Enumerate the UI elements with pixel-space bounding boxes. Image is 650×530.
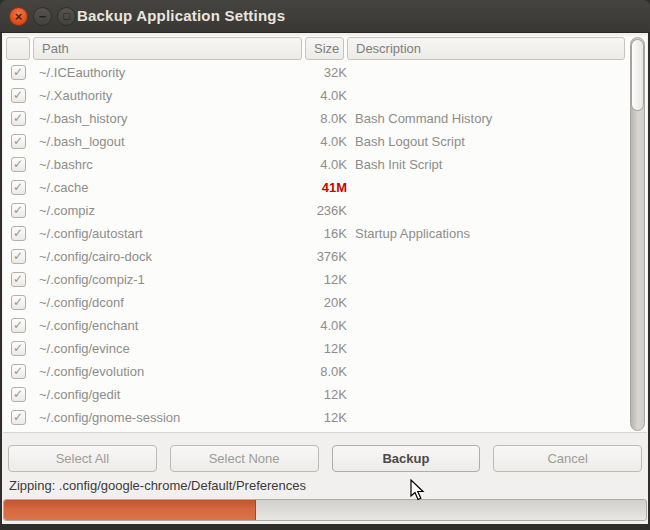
checkbox-check-icon: ✓ <box>11 272 26 287</box>
backup-button[interactable]: Backup <box>332 445 481 472</box>
row-description <box>347 268 628 291</box>
progress-bar <box>3 499 647 521</box>
table-row[interactable]: ✓~/.compiz236K <box>3 199 628 222</box>
row-description <box>347 61 628 84</box>
checkbox-check-icon: ✓ <box>11 387 26 402</box>
row-checkbox[interactable]: ✓ <box>3 107 33 130</box>
vertical-scrollbar[interactable] <box>630 37 645 431</box>
row-size: 4.0K <box>305 84 347 107</box>
row-path: ~/.bash_logout <box>33 130 305 153</box>
titlebar: × − ▢ Backup Application Settings <box>0 0 650 33</box>
checkbox-check-icon: ✓ <box>11 226 26 241</box>
row-checkbox[interactable]: ✓ <box>3 199 33 222</box>
scrollbar-thumb[interactable] <box>631 39 644 111</box>
checkbox-check-icon: ✓ <box>11 249 26 264</box>
row-checkbox[interactable]: ✓ <box>3 360 33 383</box>
row-checkbox[interactable]: ✓ <box>3 61 33 84</box>
table-row[interactable]: ✓~/.Xauthority4.0K <box>3 84 628 107</box>
table-row[interactable]: ✓~/.bash_history8.0KBash Command History <box>3 107 628 130</box>
table-row[interactable]: ✓~/.cache41M <box>3 176 628 199</box>
row-checkbox[interactable]: ✓ <box>3 291 33 314</box>
status-text: Zipping: .config/google-chrome/Default/P… <box>9 478 641 496</box>
row-description: Startup Applications <box>347 222 628 245</box>
row-description <box>347 291 628 314</box>
row-checkbox[interactable]: ✓ <box>3 153 33 176</box>
row-description <box>347 176 628 199</box>
table-header-row: Path Size Description <box>3 36 628 60</box>
row-checkbox[interactable]: ✓ <box>3 245 33 268</box>
select-all-button[interactable]: Select All <box>8 445 157 472</box>
column-header-path[interactable]: Path <box>33 37 302 60</box>
column-header-description[interactable]: Description <box>347 37 625 60</box>
row-size: 12K <box>305 337 347 360</box>
row-description: Bash Logout Script <box>347 130 628 153</box>
row-path: ~/.config/compiz-1 <box>33 268 305 291</box>
row-size: 20K <box>305 291 347 314</box>
row-checkbox[interactable]: ✓ <box>3 268 33 291</box>
checkbox-check-icon: ✓ <box>11 318 26 333</box>
row-path: ~/.config/google-chrome <box>33 429 305 432</box>
table-row[interactable]: ✓~/.config/dconf20K <box>3 291 628 314</box>
row-path: ~/.bashrc <box>33 153 305 176</box>
row-size: 8.0K <box>305 360 347 383</box>
row-description <box>347 429 628 432</box>
row-size: 236K <box>305 199 347 222</box>
window-minimize-button[interactable]: − <box>33 7 52 26</box>
row-size: 12K <box>305 406 347 429</box>
row-size: 41M <box>305 176 347 199</box>
row-description <box>347 84 628 107</box>
window-maximize-button[interactable]: ▢ <box>57 7 76 26</box>
table-row[interactable]: ✓~/.ICEauthority32K <box>3 61 628 84</box>
row-size: 376K <box>305 245 347 268</box>
backup-settings-window: × − ▢ Backup Application Settings Path S… <box>0 0 650 530</box>
row-checkbox[interactable]: ✓ <box>3 176 33 199</box>
row-path: ~/.bash_history <box>33 107 305 130</box>
table-row[interactable]: ✓~/.config/cairo-dock376K <box>3 245 628 268</box>
row-description: Bash Init Script <box>347 153 628 176</box>
row-size: 8.0K <box>305 107 347 130</box>
row-checkbox[interactable]: ✓ <box>3 383 33 406</box>
row-description <box>347 245 628 268</box>
table-row[interactable]: ✓~/.config/google-chrome <box>3 429 628 432</box>
table-row[interactable]: ✓~/.config/evolution8.0K <box>3 360 628 383</box>
row-path: ~/.config/gnome-session <box>33 406 305 429</box>
row-description: Bash Command History <box>347 107 628 130</box>
row-checkbox[interactable]: ✓ <box>3 406 33 429</box>
row-description <box>347 337 628 360</box>
checkbox-check-icon: ✓ <box>11 111 26 126</box>
row-size: 4.0K <box>305 130 347 153</box>
window-title: Backup Application Settings <box>77 0 285 33</box>
window-close-button[interactable]: × <box>9 7 28 26</box>
column-header-size[interactable]: Size <box>305 37 344 60</box>
row-checkbox[interactable]: ✓ <box>3 130 33 153</box>
checkbox-check-icon: ✓ <box>11 295 26 310</box>
file-table: Path Size Description ✓~/.ICEauthority32… <box>3 36 647 433</box>
row-size <box>305 429 347 432</box>
table-row[interactable]: ✓~/.config/evince12K <box>3 337 628 360</box>
table-row[interactable]: ✓~/.config/gedit12K <box>3 383 628 406</box>
row-checkbox[interactable]: ✓ <box>3 429 33 432</box>
window-body: Path Size Description ✓~/.ICEauthority32… <box>2 33 648 524</box>
table-row[interactable]: ✓~/.config/enchant4.0K <box>3 314 628 337</box>
row-description <box>347 383 628 406</box>
row-path: ~/.cache <box>33 176 305 199</box>
column-header-checkbox[interactable] <box>6 37 30 60</box>
row-size: 12K <box>305 268 347 291</box>
row-description <box>347 199 628 222</box>
row-path: ~/.Xauthority <box>33 84 305 107</box>
table-row[interactable]: ✓~/.bash_logout4.0KBash Logout Script <box>3 130 628 153</box>
select-none-button[interactable]: Select None <box>170 445 319 472</box>
row-checkbox[interactable]: ✓ <box>3 314 33 337</box>
row-checkbox[interactable]: ✓ <box>3 222 33 245</box>
checkbox-check-icon: ✓ <box>11 88 26 103</box>
row-checkbox[interactable]: ✓ <box>3 84 33 107</box>
table-row[interactable]: ✓~/.config/compiz-112K <box>3 268 628 291</box>
checkbox-check-icon: ✓ <box>11 65 26 80</box>
row-path: ~/.config/enchant <box>33 314 305 337</box>
table-row[interactable]: ✓~/.bashrc4.0KBash Init Script <box>3 153 628 176</box>
table-row[interactable]: ✓~/.config/autostart16KStartup Applicati… <box>3 222 628 245</box>
row-path: ~/.compiz <box>33 199 305 222</box>
row-checkbox[interactable]: ✓ <box>3 337 33 360</box>
table-row[interactable]: ✓~/.config/gnome-session12K <box>3 406 628 429</box>
cancel-button[interactable]: Cancel <box>493 445 642 472</box>
